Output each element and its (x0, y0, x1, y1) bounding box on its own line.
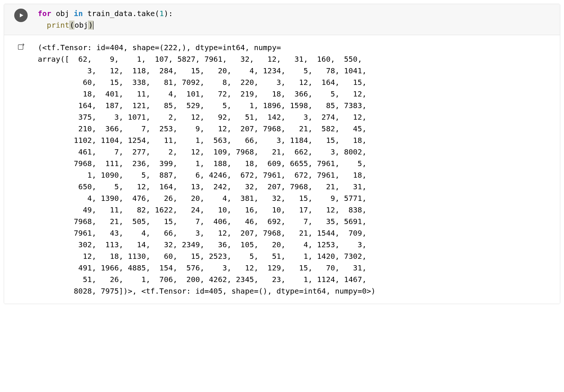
code-keyword-in: in (74, 9, 83, 18)
output-area: (<tf.Tensor: id=404, shape=(222,), dtype… (4, 35, 560, 304)
output-icon (17, 43, 25, 51)
run-button[interactable] (14, 9, 28, 22)
paren-close: ) (88, 21, 93, 30)
input-area: for obj in train_data.take(1): print(obj… (4, 4, 560, 35)
svg-rect-0 (18, 45, 23, 50)
output-text[interactable]: (<tf.Tensor: id=404, shape=(222,), dtype… (38, 35, 560, 304)
code-keyword-for: for (38, 9, 51, 18)
code-editor[interactable]: for obj in train_data.take(1): print(obj… (38, 4, 560, 35)
paren-open: ( (69, 21, 74, 30)
text-cursor (93, 21, 94, 30)
run-gutter (4, 4, 38, 35)
output-gutter[interactable] (4, 35, 38, 304)
notebook-cell: for obj in train_data.take(1): print(obj… (4, 4, 560, 304)
play-icon (18, 12, 24, 18)
